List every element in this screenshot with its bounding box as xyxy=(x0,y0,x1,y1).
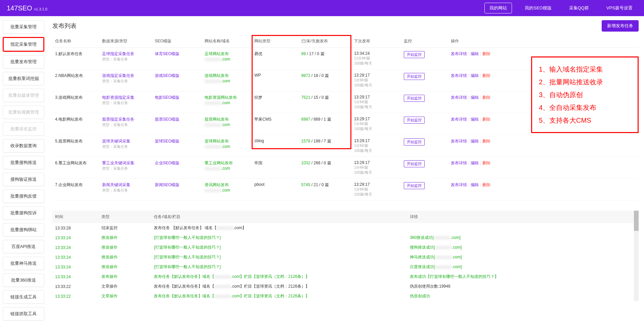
site-domain: .com xyxy=(205,79,249,83)
action-edit[interactable]: 编辑 xyxy=(471,139,479,143)
sidebar-item-0[interactable]: 批量采集管理 xyxy=(3,20,44,34)
new-publish-task-button[interactable]: 新增发布任务 xyxy=(602,20,639,32)
source-link[interactable]: 重工业关键词采集 xyxy=(102,160,149,166)
log-row: 13:33:24推送操作[打篮球有哪些一般人不知道的技巧？]360推送成功[.c… xyxy=(52,233,634,243)
template-link[interactable]: 企业SEO模版 xyxy=(155,161,179,165)
start-monitor-button[interactable]: 开始监控 xyxy=(404,160,425,167)
sidebar-item-17[interactable]: 链接抓取工具 xyxy=(3,307,44,321)
log-detail: 360推送成功[.com] xyxy=(407,233,634,243)
start-monitor-button[interactable]: 开始监控 xyxy=(404,138,425,145)
action-delete[interactable]: 删除 xyxy=(482,182,490,187)
action-detail[interactable]: 发布详情 xyxy=(451,117,467,122)
nav-qq-group[interactable]: 采集QQ群 xyxy=(564,3,594,13)
source-type: 类型：采集任务 xyxy=(102,100,149,106)
table-row: 6.重工业网站发布重工业关键词采集类型：采集任务企业SEO模版重工业网站发布.c… xyxy=(52,157,639,179)
site-name[interactable]: 电影资源网站发布 xyxy=(205,95,249,100)
site-name[interactable]: 足球网站发布 xyxy=(205,51,249,57)
template-link[interactable]: 电影SEO模版 xyxy=(155,95,179,100)
action-edit[interactable]: 编辑 xyxy=(471,182,479,187)
action-detail[interactable]: 发布详情 xyxy=(451,51,467,56)
action-delete[interactable]: 删除 xyxy=(482,51,490,56)
log-row: 13:33:24推送操作[打篮球有哪些一般人不知道的技巧？]搜狗推送成功[.co… xyxy=(52,243,634,252)
rate-1: 1分钟/篇 xyxy=(354,99,398,104)
source-link[interactable]: 新闻关键词采集 xyxy=(102,182,149,188)
action-delete[interactable]: 删除 xyxy=(482,161,490,165)
site-name[interactable]: 资讯网站发布 xyxy=(205,182,249,188)
nav-vps-dial[interactable]: VPS拨号设置 xyxy=(602,3,637,13)
action-edit[interactable]: 编辑 xyxy=(471,73,479,78)
action-delete[interactable]: 删除 xyxy=(482,95,490,100)
log-row: 13:33:24推送操作[打篮球有哪些一般人不知道的技巧？]百度推送成功[.co… xyxy=(52,262,634,272)
publish-counts: 5745 / 21 / 0 篇 xyxy=(299,179,351,201)
sidebar-item-11[interactable]: 批量搜狗投诉 xyxy=(3,206,44,220)
action-edit[interactable]: 编辑 xyxy=(471,117,479,122)
start-monitor-button[interactable]: 开始监控 xyxy=(404,73,425,80)
action-edit[interactable]: 编辑 xyxy=(471,95,479,100)
content-area: 发布列表 新增发布任务 任务名称数据来源/类型SEO模版网站名称/域名网站类型已… xyxy=(47,16,644,325)
start-monitor-button[interactable]: 开始监控 xyxy=(404,117,425,124)
source-link[interactable]: 股票指定采集任务 xyxy=(102,117,149,122)
site-type: 帝国 xyxy=(252,157,299,179)
nav-seo-templates[interactable]: 我的SEO模版 xyxy=(520,3,556,13)
source-type: 类型：采集任务 xyxy=(102,122,149,127)
log-time: 13:33:22 xyxy=(52,282,99,291)
site-domain: .com xyxy=(205,57,249,61)
template-link[interactable]: 新闻SEO模版 xyxy=(155,182,179,187)
app-version: v1.3.1.0 xyxy=(34,7,47,11)
sidebar-item-14[interactable]: 批量神马推送 xyxy=(3,257,44,270)
sidebar-item-7[interactable]: 收录数据查询 xyxy=(3,139,44,153)
sidebar-item-10[interactable]: 批量搜狗反馈 xyxy=(3,190,44,203)
action-edit[interactable]: 编辑 xyxy=(471,51,479,56)
publish-counts: 89 / 17 / 0 篇 xyxy=(299,48,351,70)
source-link[interactable]: 篮球关键词采集 xyxy=(102,138,149,144)
template-link[interactable]: 股票SEO模版 xyxy=(155,117,179,122)
site-domain: .com xyxy=(205,188,249,193)
log-detail: 伪原创成功 xyxy=(407,291,634,301)
action-edit[interactable]: 编辑 xyxy=(471,161,479,165)
start-monitor-button[interactable]: 开始监控 xyxy=(404,51,425,58)
source-link[interactable]: 足球指定采集任务 xyxy=(102,51,149,57)
rate-2: 100篇/每天 xyxy=(354,104,398,110)
sidebar-item-9[interactable]: 搜狗验证推送 xyxy=(3,173,44,186)
site-type: 织梦 xyxy=(252,91,299,113)
nav-my-sites[interactable]: 我的网站 xyxy=(484,3,512,13)
site-name[interactable]: 篮球网站发布 xyxy=(205,138,249,144)
log-type: 推送操作 xyxy=(99,252,151,262)
sidebar-item-16[interactable]: 链接生成工具 xyxy=(3,290,44,304)
action-delete[interactable]: 删除 xyxy=(482,117,490,122)
site-name[interactable]: 重工业网站发布 xyxy=(205,160,249,166)
col-header-1: 数据来源/类型 xyxy=(99,35,152,48)
sidebar-item-2[interactable]: 批量发布管理 xyxy=(3,55,44,69)
log-type: 发布操作 xyxy=(99,272,151,282)
sidebar-item-8[interactable]: 批量搜狗推送 xyxy=(3,156,44,169)
site-domain: .com xyxy=(205,122,249,127)
template-link[interactable]: 篮球SEO模版 xyxy=(155,139,179,143)
publish-counts: 1032 / 266 / 0 篇 xyxy=(299,157,351,179)
template-link[interactable]: 游戏SEO模版 xyxy=(155,73,179,78)
action-delete[interactable]: 删除 xyxy=(482,73,490,78)
start-monitor-button[interactable]: 开始监控 xyxy=(404,95,425,102)
log-row: 13:33:28结束监控发布任务 【默认发布任务】 域名【.com】 xyxy=(52,223,634,233)
col-header-8: 操作 xyxy=(448,35,639,48)
source-link[interactable]: 游戏指定采集任务 xyxy=(102,73,149,79)
action-detail[interactable]: 发布详情 xyxy=(451,73,467,78)
source-link[interactable]: 电影资源指定采集 xyxy=(102,95,149,100)
sidebar-item-1[interactable]: 指定采集管理 xyxy=(3,37,44,52)
site-name[interactable]: 游戏网站发布 xyxy=(205,73,249,79)
action-detail[interactable]: 发布详情 xyxy=(451,161,467,165)
action-detail[interactable]: 发布详情 xyxy=(451,95,467,100)
sidebar-item-12[interactable]: 批量搜狗绑站 xyxy=(3,223,44,237)
rate-2: 100篇/每天 xyxy=(354,192,398,197)
start-monitor-button[interactable]: 开始监控 xyxy=(404,182,425,189)
app-header: 147SEO v1.3.1.0 我的网站 我的SEO模版 采集QQ群 VPS拨号… xyxy=(0,0,644,16)
template-link[interactable]: 体育SEO模版 xyxy=(155,51,179,56)
sidebar-item-15[interactable]: 批量360推送 xyxy=(3,274,44,287)
sidebar-item-3[interactable]: 批量权重词挖掘 xyxy=(3,72,44,85)
site-name[interactable]: 股票网站发布 xyxy=(205,117,249,122)
sidebar-item-13[interactable]: 百度API推送 xyxy=(3,240,44,253)
action-detail[interactable]: 发布详情 xyxy=(451,139,467,143)
action-detail[interactable]: 发布详情 xyxy=(451,182,467,187)
log-time: 13:33:24 xyxy=(52,252,99,262)
scrollbar-thumb[interactable] xyxy=(634,211,639,231)
action-delete[interactable]: 删除 xyxy=(482,139,490,143)
